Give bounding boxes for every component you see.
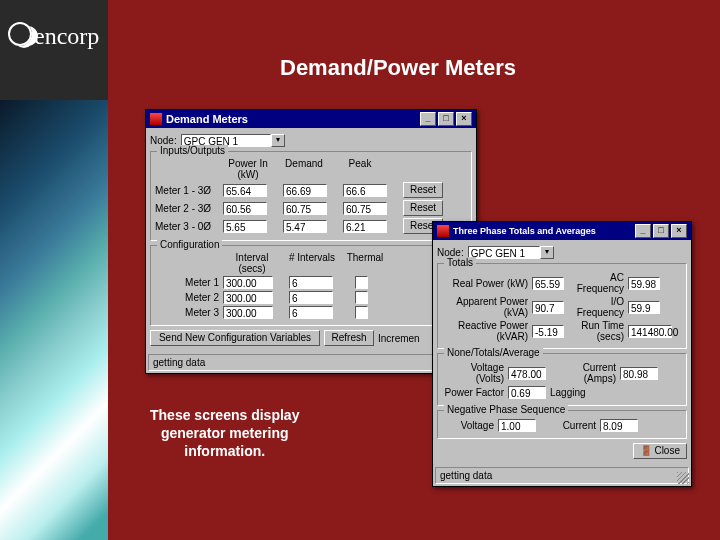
resize-handle[interactable] [677, 472, 689, 484]
close-button[interactable]: × [671, 224, 687, 238]
col-demand: Demand [279, 158, 329, 180]
status-bar: getting data [148, 354, 474, 371]
window-title: Three Phase Totals and Averages [453, 226, 596, 236]
col-peak: Peak [335, 158, 385, 180]
ac-freq-field[interactable]: 59.98 [628, 277, 660, 290]
app-icon [150, 113, 162, 125]
config-group: Configuration Th Interval (secs) # Inter… [150, 245, 472, 326]
nintervals-field[interactable]: 6 [289, 276, 333, 289]
demand-field[interactable]: 60.75 [283, 202, 327, 215]
meter-label: Meter 3 - 0Ø [155, 221, 219, 232]
power-field[interactable]: 60.56 [223, 202, 267, 215]
minimize-button[interactable]: _ [635, 224, 651, 238]
pf-field[interactable]: 0.69 [508, 386, 546, 399]
titlebar[interactable]: Demand Meters _ □ × [146, 110, 476, 128]
peak-field[interactable]: 60.75 [343, 202, 387, 215]
col-interval: Interval (secs) [223, 252, 281, 274]
avg-group: None/Totals/Average Voltage (Volts)478.0… [437, 353, 687, 406]
app-icon [437, 225, 449, 237]
chevron-down-icon[interactable]: ▾ [271, 134, 285, 147]
io-freq-field[interactable]: 59.9 [628, 301, 660, 314]
three-phase-window: Three Phase Totals and Averages _ □ × No… [432, 221, 692, 487]
peak-field[interactable]: 66.6 [343, 184, 387, 197]
col-thermal: Thermal [343, 252, 387, 274]
run-time-field[interactable]: 141480.00 [628, 325, 672, 338]
interval-field[interactable]: 300.00 [223, 291, 273, 304]
power-field[interactable]: 65.64 [223, 184, 267, 197]
cfg-label: Meter 3 [155, 307, 219, 318]
io-group: Inputs/Outputs Power In (kW) Demand Peak… [150, 151, 472, 241]
neg-phase-group: Negative Phase Sequence Voltage1.00Curre… [437, 410, 687, 439]
config-row: Meter 2300.006 [155, 291, 467, 304]
window-title: Demand Meters [166, 113, 248, 125]
send-config-button[interactable]: Send New Configuration Variables [150, 330, 320, 346]
meter-row: Meter 2 - 3Ø60.5660.7560.75Reset [155, 200, 467, 216]
chevron-down-icon[interactable]: ▾ [540, 246, 554, 259]
totals-group: Totals Real Power (kW)65.59AC Frequency5… [437, 263, 687, 349]
neg-current-field[interactable]: 8.09 [600, 419, 638, 432]
caption: These screens displaygenerator meteringi… [150, 406, 299, 461]
demand-meters-window: Demand Meters _ □ × Node: GPC GEN 1▾ Inp… [145, 109, 477, 374]
cfg-label: Meter 2 [155, 292, 219, 303]
thermal-checkbox[interactable] [355, 276, 368, 289]
meter-label: Meter 2 - 3Ø [155, 203, 219, 214]
current-field[interactable]: 80.98 [620, 367, 658, 380]
minimize-button[interactable]: _ [420, 112, 436, 126]
door-icon: 🚪 [640, 445, 652, 456]
thermal-checkbox[interactable] [355, 291, 368, 304]
thermal-checkbox[interactable] [355, 306, 368, 319]
node-select[interactable]: GPC GEN 1▾ [468, 246, 554, 259]
brand-logo: encorp [8, 22, 99, 50]
reactive-power-field[interactable]: -5.19 [532, 325, 564, 338]
close-button[interactable]: × [456, 112, 472, 126]
titlebar[interactable]: Three Phase Totals and Averages _ □ × [433, 222, 691, 240]
power-field[interactable]: 5.65 [223, 220, 267, 233]
neg-voltage-field[interactable]: 1.00 [498, 419, 536, 432]
nintervals-field[interactable]: 6 [289, 306, 333, 319]
interval-field[interactable]: 300.00 [223, 276, 273, 289]
nintervals-field[interactable]: 6 [289, 291, 333, 304]
maximize-button[interactable]: □ [653, 224, 669, 238]
status-bar: getting data [435, 467, 689, 484]
refresh-button[interactable]: Refresh [324, 330, 374, 346]
demand-field[interactable]: 66.69 [283, 184, 327, 197]
meter-row: Meter 1 - 3Ø65.6466.6966.6Reset [155, 182, 467, 198]
col-nintervals: # Intervals [287, 252, 337, 274]
real-power-field[interactable]: 65.59 [532, 277, 564, 290]
reset-button[interactable]: Reset [403, 200, 443, 216]
peak-field[interactable]: 6.21 [343, 220, 387, 233]
config-row: Meter 3300.006 [155, 306, 467, 319]
page-title: Demand/Power Meters [280, 55, 516, 81]
config-row: Meter 1300.006 [155, 276, 467, 289]
interval-field[interactable]: 300.00 [223, 306, 273, 319]
reset-button[interactable]: Reset [403, 182, 443, 198]
apparent-power-field[interactable]: 90.7 [532, 301, 564, 314]
voltage-field[interactable]: 478.00 [508, 367, 546, 380]
sidebar-art [0, 100, 108, 540]
maximize-button[interactable]: □ [438, 112, 454, 126]
close-button[interactable]: 🚪 Close [633, 443, 687, 459]
meter-row: Meter 3 - 0Ø5.655.476.21Reset [155, 218, 467, 234]
demand-field[interactable]: 5.47 [283, 220, 327, 233]
cfg-label: Meter 1 [155, 277, 219, 288]
col-power: Power In (kW) [223, 158, 273, 180]
meter-label: Meter 1 - 3Ø [155, 185, 219, 196]
